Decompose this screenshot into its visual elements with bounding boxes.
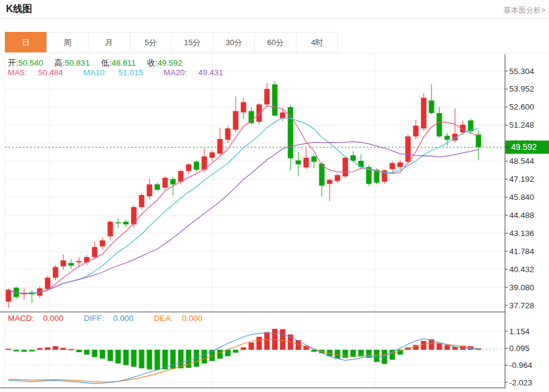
y-axis-label: 40.432 xyxy=(509,265,534,274)
ma-legend: MA5: 50.484 MA10: 51.015 MA20: 49.431 xyxy=(8,68,241,77)
macd-bar xyxy=(6,349,11,350)
macd-bar xyxy=(343,350,348,358)
candle-body xyxy=(210,152,215,158)
y-axis-label: -2.023 xyxy=(509,378,532,387)
candle-body xyxy=(131,207,137,225)
ma5-legend: MA5: 50.484 xyxy=(8,68,72,77)
candle-body xyxy=(421,98,427,128)
candle-body xyxy=(304,158,309,167)
ohlc-open: 开:50.540 xyxy=(8,58,43,67)
header-divider xyxy=(0,18,549,19)
y-axis-label: 43.136 xyxy=(509,229,534,238)
kline-chart-canvas[interactable]: 55.30453.95252.60051.24849.89648.54447.1… xyxy=(0,53,549,392)
ma20-legend: MA20: 49.431 xyxy=(163,68,232,77)
macd-bar xyxy=(139,350,145,369)
low-value: 48.611 xyxy=(111,58,136,67)
y-axis-label: 41.784 xyxy=(509,247,535,256)
candle-body xyxy=(312,157,317,162)
candle-body xyxy=(445,135,450,140)
candle-body xyxy=(241,102,246,113)
ma20-label: MA20: xyxy=(163,68,187,77)
macd-bar xyxy=(445,345,450,349)
page-title: K线图 xyxy=(6,3,33,16)
ma10-legend: MA10: 51.015 xyxy=(83,68,152,77)
candle-body xyxy=(249,111,254,123)
ohlc-close: 收:49.592 xyxy=(147,58,183,67)
y-axis-label: 47.192 xyxy=(509,175,534,184)
macd-bar xyxy=(100,350,105,359)
tab-30min[interactable]: 30分 xyxy=(213,32,255,52)
candle-body xyxy=(359,161,364,167)
macd-value-legend: MACD:0.000 xyxy=(8,314,72,323)
candle-body xyxy=(108,222,113,236)
candle-body xyxy=(406,137,411,162)
macd-bar xyxy=(116,350,121,364)
candle-body xyxy=(6,290,11,302)
tab-15min[interactable]: 15分 xyxy=(171,32,213,52)
macd-bar xyxy=(421,341,427,350)
ma10-value: 51.015 xyxy=(118,68,143,77)
period-tabbar: 日 周 月 5分 15分 30分 60分 4时 xyxy=(5,32,338,52)
candle-body xyxy=(296,160,301,164)
macd-bar xyxy=(61,348,66,350)
y-axis-label: 39.080 xyxy=(509,283,534,292)
macd-bar xyxy=(265,332,270,349)
tab-60min[interactable]: 60分 xyxy=(254,32,296,52)
ohlc-legend: 开:50.540 高:50.831 低:48.611 收:49.592 xyxy=(8,58,192,69)
candle-body xyxy=(398,163,403,167)
diff-line xyxy=(8,333,478,384)
macd-bar xyxy=(202,350,207,364)
dea-line xyxy=(8,340,478,382)
kline-page: K线图 基本面分析> 日 周 月 5分 15分 30分 60分 4时 55.30… xyxy=(0,0,549,392)
tab-5min[interactable]: 5分 xyxy=(130,32,172,52)
y-axis-label: 44.488 xyxy=(509,211,534,220)
candle-body xyxy=(116,222,121,223)
ohlc-low: 低:48.611 xyxy=(101,58,136,67)
candle-body xyxy=(327,180,333,184)
candle-body xyxy=(343,158,348,176)
macd-value: 0.000 xyxy=(43,314,64,323)
tab-month[interactable]: 月 xyxy=(88,32,130,52)
candle-body xyxy=(476,134,482,147)
y-axis-label: 37.728 xyxy=(509,301,534,310)
macd-bar xyxy=(53,346,58,350)
fundamental-analysis-link[interactable]: 基本面分析> xyxy=(503,5,545,16)
dea-label: DEA: xyxy=(154,314,173,323)
current-price-label: 49.592 xyxy=(511,142,537,152)
macd-bar xyxy=(124,350,129,365)
candle-body xyxy=(225,128,231,140)
macd-bar xyxy=(249,343,254,350)
candle-body xyxy=(163,178,168,188)
tab-day[interactable]: 日 xyxy=(5,32,47,52)
candle-body xyxy=(171,179,176,184)
candle-body xyxy=(139,195,145,207)
candle-body xyxy=(100,240,105,246)
tab-week[interactable]: 周 xyxy=(46,32,89,52)
candles xyxy=(6,81,482,308)
close-label: 收: xyxy=(147,58,157,67)
tab-4hour[interactable]: 4时 xyxy=(296,32,338,52)
macd-bar xyxy=(147,350,152,370)
macd-bar xyxy=(280,329,286,350)
y-axis-label: 53.952 xyxy=(509,84,534,93)
candle-body xyxy=(186,164,192,171)
y-axis-label: 1.154 xyxy=(509,327,530,336)
y-axis-label: 48.544 xyxy=(509,157,535,166)
macd-bar xyxy=(233,350,239,353)
candle-body xyxy=(69,263,74,266)
macd-bar xyxy=(84,350,90,355)
macd-bar xyxy=(131,350,137,367)
macd-bar xyxy=(437,343,442,350)
macd-bar xyxy=(257,337,262,349)
low-label: 低: xyxy=(101,58,111,67)
macd-bar xyxy=(37,348,43,350)
candle-body xyxy=(218,139,223,154)
diff-value: 0.000 xyxy=(113,314,134,323)
macd-bar xyxy=(163,350,168,370)
ma20-value: 49.431 xyxy=(198,68,223,77)
ma10-label: MA10: xyxy=(83,68,107,77)
candle-body xyxy=(53,267,58,278)
macd-legend: MACD:0.000 DIFF:0.000 DEA:0.000 xyxy=(8,314,221,323)
candle-body xyxy=(92,247,98,257)
y-axis-label: 52.600 xyxy=(509,102,534,111)
